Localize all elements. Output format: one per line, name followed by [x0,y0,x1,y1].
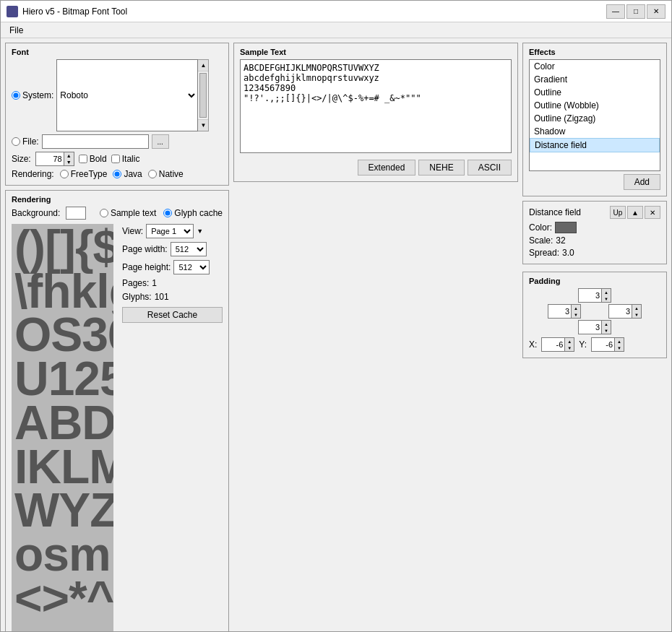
java-radio[interactable] [113,170,121,178]
padding-left-spinner: ▲ ▼ [548,304,581,319]
effect-gradient[interactable]: Gradient [530,73,660,86]
y-input[interactable] [591,337,614,352]
padding-right-input[interactable] [608,304,632,319]
system-radio[interactable] [12,91,20,100]
y-down[interactable]: ▼ [615,345,624,351]
page-height-row: Page height: 512 256 1024 [122,260,223,274]
sample-text-radio[interactable] [100,209,108,217]
file-radio-label[interactable]: File: [12,137,39,147]
padding-left-up[interactable]: ▲ [572,305,580,311]
size-spinner: ▲ ▼ [35,152,74,166]
y-spinner: ▲ ▼ [591,337,624,352]
size-up[interactable]: ▲ [64,152,74,159]
effect-shadow[interactable]: Shadow [530,125,660,138]
padding-top-down[interactable]: ▼ [602,295,611,302]
padding-left-input[interactable] [548,304,571,319]
system-row: System: Roboto SansSerif Segoe MDL2 Asse… [12,59,223,131]
page-width-select[interactable]: 512 256 1024 [171,242,207,256]
font-list-scroll-up[interactable]: ▲ [198,60,208,72]
padding-top-up[interactable]: ▲ [602,289,611,295]
glyph-cache-label[interactable]: Glyph cache [163,208,223,218]
italic-checkbox[interactable] [111,155,120,163]
ascii-button[interactable]: ASCII [468,160,512,176]
sample-text-label[interactable]: Sample text [100,208,156,218]
x-label: X: [529,339,537,350]
italic-checkbox-label[interactable]: Italic [111,154,140,164]
add-effect-button[interactable]: Add [624,174,660,190]
df-move-up-icon[interactable]: ▲ [627,206,643,219]
main-content: Font System: Roboto SansSerif Segoe MDL2… [1,38,671,631]
background-swatch[interactable] [66,207,86,220]
bold-checkbox[interactable] [79,155,87,163]
x-down[interactable]: ▼ [565,345,574,351]
font-list[interactable]: Roboto SansSerif Segoe MDL2 Assets Segoe… [56,59,198,131]
minimize-button[interactable]: — [606,4,625,19]
reset-cache-button[interactable]: Reset Cache [122,307,223,323]
middle-panel: Sample Text ABCDEFGHIJKLMNOPQRSTUVWXYZ a… [233,43,518,627]
add-btn-row: Add [529,174,660,190]
padding-left-down[interactable]: ▼ [572,311,580,318]
title-bar: Hiero v5 - Bitmap Font Tool — □ ✕ [1,1,671,22]
y-up[interactable]: ▲ [615,338,624,345]
size-row: Size: ▲ ▼ Bold Italic [12,152,223,166]
bold-checkbox-label[interactable]: Bold [79,154,107,164]
rendering-row: Rendering: FreeType Java Native [12,169,223,179]
effect-outline-zigzag[interactable]: Outline (Zigzag) [530,112,660,125]
size-label: Size: [12,154,31,164]
df-scale-row: Scale: 32 [529,235,660,246]
size-down[interactable]: ▼ [64,159,74,165]
effects-list: Color Gradient Outline Outline (Wobble) … [529,59,660,171]
glyph-cache-radio[interactable] [163,209,172,217]
freetype-label[interactable]: FreeType [60,169,108,179]
bold-label: Bold [90,154,107,164]
padding-right-up[interactable]: ▲ [632,305,641,311]
df-color-swatch[interactable] [555,222,577,233]
menu-bar: File [1,22,671,38]
page-width-row: Page width: 512 256 1024 [122,242,223,256]
native-radio[interactable] [148,170,157,178]
view-dropdown-icon[interactable]: ▼ [197,228,203,235]
font-list-scroll-down[interactable]: ▼ [198,119,208,131]
padding-bottom-up[interactable]: ▲ [602,321,611,327]
native-label[interactable]: Native [148,169,184,179]
maximize-button[interactable]: □ [626,4,645,19]
rendering-top: Background: Sample text Glyph cache [12,207,223,220]
x-up[interactable]: ▲ [565,338,574,345]
padding-top-input[interactable] [578,288,601,303]
file-input[interactable] [42,134,149,149]
effects-label: Effects [529,48,660,56]
nehe-button[interactable]: NEHE [418,160,464,176]
glyph-display: ()[]{$@Q|bd/ \fhklgipqyCG; OS36890%&J! U… [12,224,113,631]
df-close-button[interactable]: ✕ [645,206,660,219]
padding-right-spinner: ▲ ▼ [608,304,642,319]
left-panel: Font System: Roboto SansSerif Segoe MDL2… [5,43,229,627]
sample-textarea[interactable]: ABCDEFGHIJKLMNOPQRSTUVWXYZ abcdefghijklm… [240,59,512,153]
freetype-radio[interactable] [60,170,69,178]
df-up-button[interactable]: Up [610,206,626,219]
extended-button[interactable]: Extended [358,160,416,176]
view-select[interactable]: Page 1 [146,224,194,238]
df-color-row: Color: [529,222,660,233]
padding-bottom-input[interactable] [578,320,601,334]
df-scale-label: Scale: [529,235,553,246]
padding-right-down[interactable]: ▼ [632,311,641,318]
browse-button[interactable]: ... [152,134,169,149]
effect-outline[interactable]: Outline [530,86,660,99]
glyph-cache-option: Glyph cache [174,208,223,218]
effect-distance-field[interactable]: Distance field [530,138,660,152]
java-label[interactable]: Java [113,169,142,179]
size-input[interactable] [35,152,64,166]
x-input[interactable] [541,337,564,352]
file-radio[interactable] [12,137,20,146]
distance-field-box: Distance field Up ▲ ✕ Color: Scale: 3 [522,201,667,264]
font-section-label: Font [12,48,223,56]
effect-color[interactable]: Color [530,60,660,73]
page-height-select[interactable]: 512 256 1024 [173,260,210,274]
padding-bottom-down[interactable]: ▼ [602,327,611,334]
close-button[interactable]: ✕ [647,4,665,19]
menu-file[interactable]: File [4,24,29,37]
native-text: Native [159,169,184,179]
system-radio-label[interactable]: System: [12,90,53,100]
effect-outline-wobble[interactable]: Outline (Wobble) [530,99,660,112]
df-controls: Up ▲ ✕ [610,206,660,219]
